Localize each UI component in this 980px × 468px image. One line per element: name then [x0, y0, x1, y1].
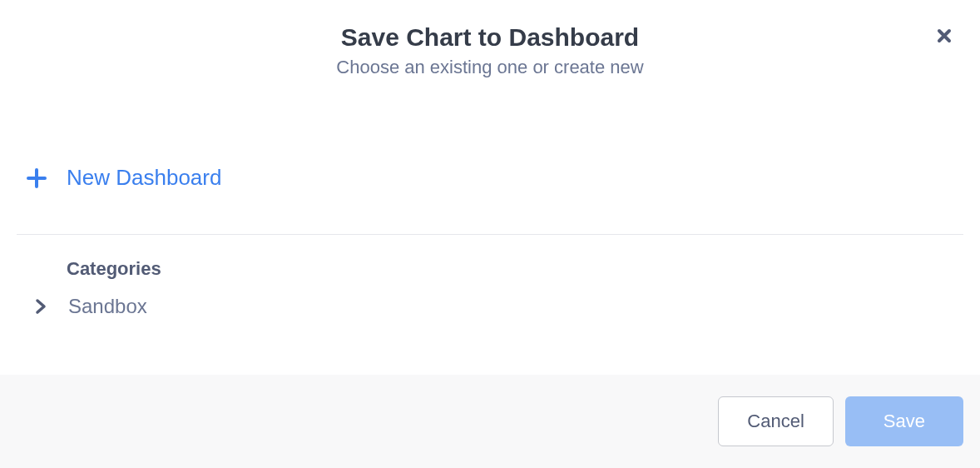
- save-chart-modal: Save Chart to Dashboard Choose an existi…: [0, 0, 980, 468]
- cancel-button[interactable]: Cancel: [718, 396, 833, 446]
- modal-header: Save Chart to Dashboard Choose an existi…: [0, 0, 980, 87]
- modal-body: New Dashboard Categories Sandbox: [0, 87, 980, 375]
- divider: [17, 234, 963, 235]
- close-icon: [936, 27, 953, 47]
- new-dashboard-button[interactable]: New Dashboard: [17, 87, 963, 216]
- category-label: Sandbox: [68, 295, 147, 318]
- modal-footer: Cancel Save: [0, 375, 980, 468]
- category-item-sandbox[interactable]: Sandbox: [32, 295, 963, 318]
- close-button[interactable]: [933, 27, 955, 48]
- plus-icon: [25, 167, 48, 190]
- modal-title: Save Chart to Dashboard: [17, 23, 963, 52]
- chevron-right-icon: [32, 297, 50, 316]
- save-button[interactable]: Save: [845, 396, 963, 446]
- categories-heading: Categories: [67, 258, 963, 280]
- new-dashboard-label: New Dashboard: [67, 165, 221, 191]
- modal-subtitle: Choose an existing one or create new: [17, 57, 963, 78]
